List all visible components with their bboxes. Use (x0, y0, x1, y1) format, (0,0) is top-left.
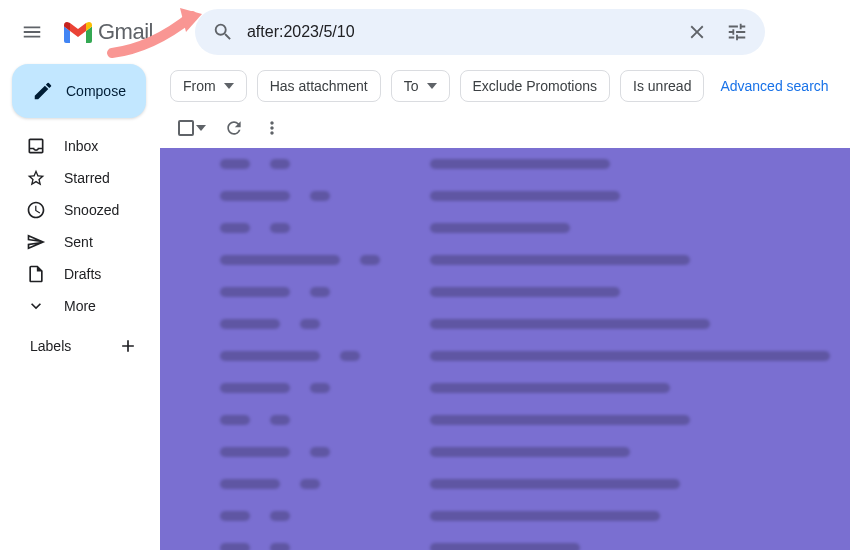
sidebar-item-snoozed[interactable]: Snoozed (8, 194, 152, 226)
list-item (160, 340, 850, 372)
caret-down-icon (196, 125, 206, 131)
more-vert-icon (262, 118, 282, 138)
list-item (160, 180, 850, 212)
clear-search-button[interactable] (677, 12, 717, 52)
inbox-icon (26, 136, 46, 156)
caret-down-icon (224, 83, 234, 89)
list-item (160, 308, 850, 340)
list-item (160, 148, 850, 180)
logo[interactable]: Gmail (64, 19, 177, 45)
pencil-icon (32, 80, 54, 102)
logo-text: Gmail (98, 19, 153, 45)
chip-exclude-promotions[interactable]: Exclude Promotions (460, 70, 611, 102)
search-options-button[interactable] (717, 12, 757, 52)
gmail-icon (64, 21, 92, 43)
chip-label: To (404, 78, 419, 94)
send-icon (26, 232, 46, 252)
select-all-checkbox[interactable] (178, 120, 206, 136)
search-icon (212, 21, 234, 43)
plus-icon (118, 336, 138, 356)
nav-label: Inbox (64, 138, 98, 154)
nav-label: Sent (64, 234, 93, 250)
chip-has-attachment[interactable]: Has attachment (257, 70, 381, 102)
caret-down-icon (427, 83, 437, 89)
sidebar-item-drafts[interactable]: Drafts (8, 258, 152, 290)
refresh-button[interactable] (224, 118, 244, 138)
sidebar-item-more[interactable]: More (8, 290, 152, 322)
chip-to[interactable]: To (391, 70, 450, 102)
filter-chips-row: From Has attachment To Exclude Promotion… (160, 64, 850, 108)
tune-icon (726, 21, 748, 43)
list-item (160, 244, 850, 276)
sidebar-item-starred[interactable]: Starred (8, 162, 152, 194)
chip-label: Exclude Promotions (473, 78, 598, 94)
sidebar-item-sent[interactable]: Sent (8, 226, 152, 258)
labels-header: Labels (8, 322, 152, 356)
top-bar: Gmail (0, 0, 850, 64)
compose-button[interactable]: Compose (12, 64, 146, 118)
main-menu-button[interactable] (8, 8, 56, 56)
sidebar: Compose Inbox Starred Snoozed Sent Draft… (0, 64, 160, 550)
search-input[interactable] (243, 23, 677, 41)
body: Compose Inbox Starred Snoozed Sent Draft… (0, 64, 850, 550)
more-actions-button[interactable] (262, 118, 282, 138)
star-icon (26, 168, 46, 188)
chip-label: From (183, 78, 216, 94)
labels-title: Labels (30, 338, 71, 354)
clock-icon (26, 200, 46, 220)
list-item (160, 532, 850, 550)
close-icon (686, 21, 708, 43)
nav-label: Drafts (64, 266, 101, 282)
chip-is-unread[interactable]: Is unread (620, 70, 704, 102)
main-panel: From Has attachment To Exclude Promotion… (160, 64, 850, 550)
list-item (160, 436, 850, 468)
chip-label: Is unread (633, 78, 691, 94)
nav-label: Snoozed (64, 202, 119, 218)
compose-label: Compose (66, 83, 126, 99)
advanced-search-link[interactable]: Advanced search (720, 78, 828, 94)
chevron-down-icon (26, 296, 46, 316)
checkbox-icon (178, 120, 194, 136)
list-item (160, 276, 850, 308)
sidebar-item-inbox[interactable]: Inbox (8, 130, 152, 162)
hamburger-icon (21, 21, 43, 43)
email-list-redacted (160, 148, 850, 550)
nav-label: Starred (64, 170, 110, 186)
file-icon (26, 264, 46, 284)
search-bar (195, 9, 765, 55)
nav-label: More (64, 298, 96, 314)
chip-from[interactable]: From (170, 70, 247, 102)
list-item (160, 500, 850, 532)
list-item (160, 212, 850, 244)
chip-label: Has attachment (270, 78, 368, 94)
list-toolbar (160, 108, 850, 148)
add-label-button[interactable] (118, 336, 138, 356)
list-item (160, 468, 850, 500)
search-button[interactable] (203, 12, 243, 52)
refresh-icon (224, 118, 244, 138)
list-item (160, 404, 850, 436)
list-item (160, 372, 850, 404)
